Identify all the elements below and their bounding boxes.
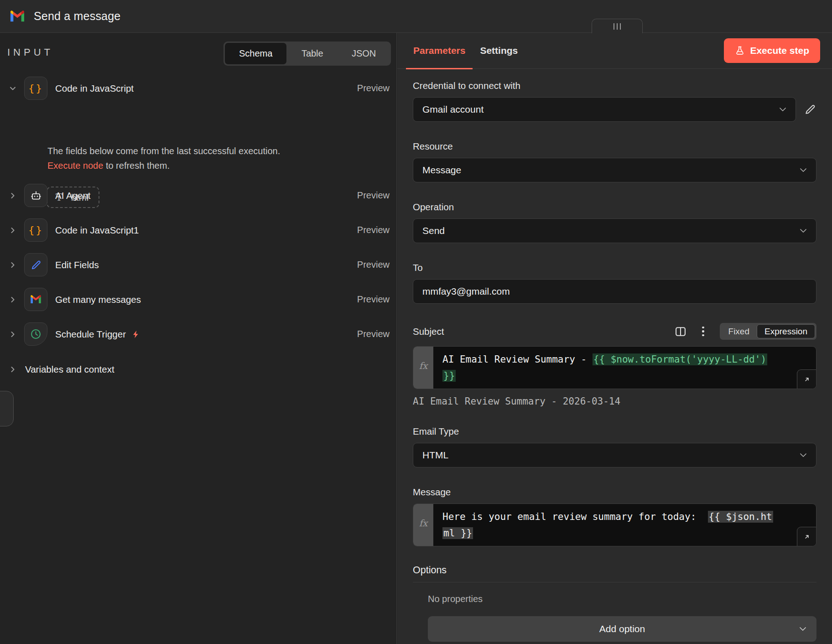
to-input[interactable]: mmfay3@gmail.com bbox=[413, 279, 816, 304]
tab-settings[interactable]: Settings bbox=[473, 33, 525, 69]
page-title: Send a message bbox=[34, 10, 120, 23]
node-row-ai-agent[interactable]: AI Agent Preview bbox=[0, 184, 397, 207]
preview-link[interactable]: Preview bbox=[357, 225, 390, 235]
resource-select[interactable]: Message bbox=[413, 158, 816, 182]
node-row-code-in-javascript[interactable]: {} Code in JavaScript Preview bbox=[0, 77, 397, 100]
chevron-down-icon[interactable] bbox=[8, 84, 17, 93]
kebab-menu-icon[interactable] bbox=[699, 327, 708, 337]
stale-data-notice: The fields below come from the last succ… bbox=[47, 144, 358, 173]
window-title-bar: Send a message bbox=[0, 0, 832, 33]
variables-and-context-label: Variables and context bbox=[25, 364, 114, 375]
node-label: Code in JavaScript1 bbox=[55, 225, 139, 236]
chevron-right-icon[interactable] bbox=[8, 226, 17, 235]
toggle-expression[interactable]: Expression bbox=[757, 324, 815, 338]
execute-step-button[interactable]: Execute step bbox=[724, 38, 820, 63]
execute-node-link[interactable]: Execute node bbox=[47, 161, 103, 171]
to-label: To bbox=[413, 262, 816, 273]
chevron-down-icon bbox=[798, 165, 809, 176]
preview-link[interactable]: Preview bbox=[357, 294, 390, 305]
input-view-tab-group: Schema Table JSON bbox=[224, 42, 391, 66]
chevron-right-icon[interactable] bbox=[8, 365, 17, 374]
node-row-code-in-javascript1[interactable]: {} Code in JavaScript1 Preview bbox=[0, 218, 397, 242]
credential-select[interactable]: Gmail account bbox=[413, 97, 796, 122]
expression-token: {{ $json.ht bbox=[708, 511, 773, 523]
preview-link[interactable]: Preview bbox=[357, 329, 390, 339]
gmail-icon bbox=[24, 288, 47, 311]
message-label: Message bbox=[413, 487, 816, 498]
expression-token: }} bbox=[442, 370, 456, 382]
node-row-schedule-trigger[interactable]: Schedule Trigger Preview bbox=[0, 322, 397, 346]
node-label: Get many messages bbox=[55, 294, 141, 305]
chevron-down-icon bbox=[777, 104, 788, 115]
input-panel-title: INPUT bbox=[7, 47, 53, 58]
chevron-right-icon[interactable] bbox=[8, 295, 17, 304]
tab-json[interactable]: JSON bbox=[338, 43, 390, 64]
preview-link[interactable]: Preview bbox=[357, 190, 390, 201]
fx-gutter-icon: fx bbox=[413, 504, 433, 546]
tab-schema[interactable]: Schema bbox=[225, 43, 286, 64]
variables-and-context-row[interactable]: Variables and context bbox=[0, 360, 397, 379]
split-panel-icon[interactable] bbox=[674, 325, 687, 338]
pen-icon bbox=[24, 253, 47, 276]
operation-select[interactable]: Send bbox=[413, 218, 816, 243]
email-type-select[interactable]: HTML bbox=[413, 443, 816, 467]
add-option-button[interactable]: Add option bbox=[428, 616, 816, 642]
preview-link[interactable]: Preview bbox=[357, 83, 390, 93]
message-expression-editor[interactable]: fx Here is your email review summary for… bbox=[413, 504, 816, 546]
divider bbox=[413, 582, 816, 582]
expand-expression-icon[interactable] bbox=[797, 527, 816, 546]
node-label: Edit Fields bbox=[55, 260, 99, 270]
code-braces-icon: {} bbox=[24, 218, 47, 242]
node-label: Code in JavaScript bbox=[55, 83, 134, 94]
options-heading: Options bbox=[413, 565, 816, 576]
fx-gutter-icon: fx bbox=[413, 347, 433, 389]
email-type-label: Email Type bbox=[413, 426, 816, 437]
credential-label: Credential to connect with bbox=[413, 80, 816, 91]
flask-icon bbox=[735, 46, 745, 56]
robot-icon bbox=[24, 184, 47, 207]
operation-label: Operation bbox=[413, 202, 816, 213]
chevron-right-icon[interactable] bbox=[8, 191, 17, 200]
expression-token: ml }} bbox=[442, 527, 473, 539]
chevron-down-icon bbox=[797, 623, 808, 634]
node-label: Schedule Trigger bbox=[55, 329, 126, 340]
expand-expression-icon[interactable] bbox=[797, 369, 816, 389]
fixed-expression-toggle: Fixed Expression bbox=[720, 323, 816, 340]
tab-table[interactable]: Table bbox=[286, 43, 338, 64]
chevron-down-icon bbox=[798, 450, 809, 461]
gmail-logo-icon bbox=[9, 8, 26, 25]
chevron-right-icon[interactable] bbox=[8, 330, 17, 339]
toggle-fixed[interactable]: Fixed bbox=[721, 324, 757, 338]
subject-label: Subject bbox=[413, 326, 444, 337]
tab-parameters[interactable]: Parameters bbox=[406, 33, 473, 69]
expression-token: {{ $now.toFormat('yyyy-LL-dd') bbox=[593, 353, 767, 365]
detail-panel-header: Parameters Settings Execute step bbox=[397, 33, 832, 69]
panel-drag-handle[interactable] bbox=[592, 19, 643, 33]
chevron-down-icon bbox=[798, 225, 809, 236]
code-braces-icon: {} bbox=[24, 77, 47, 100]
preview-link[interactable]: Preview bbox=[357, 260, 390, 270]
clock-icon bbox=[24, 322, 47, 346]
input-panel: INPUT Schema Table JSON {} Code in JavaS… bbox=[0, 33, 397, 644]
node-settings-panel: Parameters Settings Execute step Credent… bbox=[397, 33, 832, 644]
node-label: AI Agent bbox=[55, 190, 91, 201]
lightning-bolt-icon bbox=[131, 330, 140, 339]
n8n-node-detail-view: Send a message INPUT Schema Table JSON {… bbox=[0, 0, 832, 644]
no-properties-text: No properties bbox=[428, 594, 816, 604]
resource-label: Resource bbox=[413, 141, 816, 152]
node-row-get-many-messages[interactable]: Get many messages Preview bbox=[0, 288, 397, 311]
edit-credential-pencil-icon[interactable] bbox=[804, 103, 816, 116]
node-row-edit-fields[interactable]: Edit Fields Preview bbox=[0, 253, 397, 276]
subject-expression-editor[interactable]: fx AI Email Review Summary - {{ $now.toF… bbox=[413, 346, 816, 389]
subject-expression-preview: AI Email Review Summary - 2026-03-14 bbox=[413, 396, 816, 407]
chevron-right-icon[interactable] bbox=[8, 260, 17, 270]
edge-code-node-button[interactable]: {} bbox=[0, 391, 14, 426]
